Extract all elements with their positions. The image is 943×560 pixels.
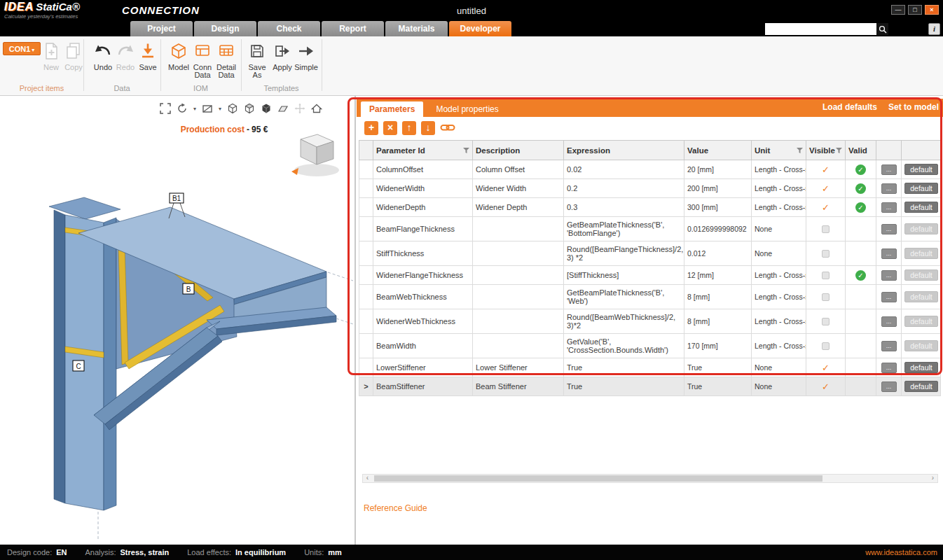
cell-expression[interactable]: GetValue('B', 'CrossSection.Bounds.Width… <box>564 334 684 358</box>
more-options-button[interactable]: ... <box>881 341 897 351</box>
more-options-button[interactable]: ... <box>881 316 897 327</box>
header-expression[interactable]: Expression <box>564 141 684 160</box>
cell-expression[interactable]: Round([BeamFlangeThickness]/2, 3) *2 <box>564 241 684 266</box>
detail-data-button[interactable]: Detail Data <box>214 41 238 79</box>
viewport-3d[interactable]: B1 B C ▾ ▾ <box>0 96 356 545</box>
default-button[interactable]: default <box>904 291 938 302</box>
tab-report[interactable]: Report <box>322 21 384 36</box>
cell-description[interactable] <box>473 309 564 334</box>
cell-description[interactable]: Widener Depth <box>473 198 564 217</box>
save-as-button[interactable]: Save As <box>245 41 269 79</box>
cell-visible[interactable]: ✓ <box>806 198 846 217</box>
home-view-icon[interactable] <box>310 102 324 115</box>
navigation-cube[interactable] <box>291 134 339 176</box>
visible-check-icon[interactable]: ✓ <box>822 183 830 194</box>
default-button[interactable]: default <box>904 316 938 327</box>
header-parameter-id[interactable]: Parameter Id <box>373 141 473 160</box>
cell-parameter-id[interactable]: BeamWidth <box>373 334 473 358</box>
cell-parameter-id[interactable]: LowerStiffener <box>373 358 473 377</box>
minimize-button[interactable]: — <box>891 5 905 15</box>
cell-description[interactable]: Widener Width <box>473 179 564 198</box>
cell-visible[interactable]: ✓ <box>806 358 846 377</box>
cell-parameter-id[interactable]: WidenerWebThickness <box>373 309 473 334</box>
cell-visible[interactable]: ✓ <box>806 160 846 179</box>
cell-description[interactable] <box>473 334 564 358</box>
scroll-right-icon[interactable]: › <box>928 475 937 482</box>
table-row[interactable]: WidenerWebThicknessRound([BeamWebThickne… <box>359 309 941 334</box>
cell-description[interactable]: Beam Stiffener <box>473 377 564 396</box>
table-row[interactable]: >BeamStiffenerBeam StiffenerTrueTrueNone… <box>359 377 941 396</box>
cell-unit[interactable]: Length - Cross-s <box>752 179 806 198</box>
cell-expression[interactable]: [StiffThickness] <box>564 266 684 285</box>
cell-unit[interactable]: Length - Cross-s <box>752 309 806 334</box>
tab-developer[interactable]: Developer <box>449 21 511 36</box>
cell-unit[interactable]: Length - Cross-s <box>752 266 806 285</box>
more-options-button[interactable]: ... <box>881 270 897 281</box>
cell-visible[interactable]: ✓ <box>806 179 846 198</box>
link-parameter-icon[interactable] <box>440 121 454 135</box>
tab-check[interactable]: Check <box>258 21 320 36</box>
cell-unit[interactable]: Length - Cross-s <box>752 198 806 217</box>
render-plane-icon[interactable] <box>276 102 290 115</box>
visible-checkbox[interactable] <box>822 318 830 326</box>
3d-model-view[interactable]: B1 B C <box>0 96 356 545</box>
table-row[interactable]: BeamWidthGetValue('B', 'CrossSection.Bou… <box>359 334 941 358</box>
default-button[interactable]: default <box>904 362 938 373</box>
load-defaults-button[interactable]: Load defaults <box>822 102 877 112</box>
cell-expression[interactable]: GetBeamPlateThickness('B', 'BottomFlange… <box>564 217 684 241</box>
visible-checkbox[interactable] <box>822 293 830 301</box>
cell-visible[interactable] <box>806 241 846 266</box>
more-options-button[interactable]: ... <box>881 292 897 302</box>
default-button[interactable]: default <box>904 183 938 194</box>
cell-description[interactable] <box>473 285 564 309</box>
cell-visible[interactable] <box>806 266 846 285</box>
cell-unit[interactable]: None <box>752 217 806 241</box>
cell-visible[interactable] <box>806 285 846 309</box>
cell-unit[interactable]: Length - Cross-s <box>752 285 806 309</box>
tab-materials[interactable]: Materials <box>385 21 448 36</box>
default-button[interactable]: default <box>904 248 938 259</box>
undo-button[interactable]: Undo <box>91 41 115 71</box>
default-button[interactable]: default <box>904 164 938 175</box>
table-row[interactable]: ColumnOffsetColumn Offset0.0220 [mm]Leng… <box>359 160 941 179</box>
default-button[interactable]: default <box>904 381 938 392</box>
cell-parameter-id[interactable]: BeamFlangeThickness <box>373 217 473 241</box>
horizontal-scrollbar[interactable]: ‹ › <box>362 474 938 483</box>
conn-data-button[interactable]: Conn Data <box>191 41 214 79</box>
table-row[interactable]: WidenerWidthWidener Width0.2200 [mm]Leng… <box>359 179 941 198</box>
maximize-button[interactable]: □ <box>908 5 922 15</box>
dropdown-caret-icon[interactable]: ▾ <box>217 106 223 112</box>
search-input[interactable] <box>765 23 876 35</box>
header-description[interactable]: Description <box>473 141 564 160</box>
table-row[interactable]: BeamWebThicknessGetBeamPlateThickness('B… <box>359 285 941 309</box>
cell-expression[interactable]: GetBeamPlateThickness('B', 'Web') <box>564 285 684 309</box>
save-button[interactable]: Save <box>136 41 160 71</box>
dropdown-caret-icon[interactable]: ▾ <box>192 106 198 112</box>
cell-unit[interactable]: None <box>752 377 806 396</box>
view-cube-wire-icon[interactable] <box>226 102 240 115</box>
more-options-button[interactable]: ... <box>881 202 897 213</box>
table-row[interactable]: WidenerFlangeThickness[StiffThickness]12… <box>359 266 941 285</box>
section-view-icon[interactable] <box>200 102 214 115</box>
add-parameter-icon[interactable]: + <box>364 121 378 135</box>
header-unit[interactable]: Unit <box>752 141 806 160</box>
default-button[interactable]: default <box>904 223 938 234</box>
cell-unit[interactable]: Length - Cross-s <box>752 334 806 358</box>
more-options-button[interactable]: ... <box>881 382 897 392</box>
cell-expression[interactable]: 0.2 <box>564 179 684 198</box>
cell-expression[interactable]: 0.3 <box>564 198 684 217</box>
visible-checkbox[interactable] <box>822 272 830 279</box>
model-button[interactable]: Model <box>167 41 191 71</box>
visible-checkbox[interactable] <box>822 342 830 350</box>
cell-parameter-id[interactable]: StiffThickness <box>373 241 473 266</box>
cell-description[interactable]: Lower Stiffener <box>473 358 564 377</box>
cell-parameter-id[interactable]: WidenerWidth <box>373 179 473 198</box>
visible-checkbox[interactable] <box>822 250 830 258</box>
view-cube-solid-icon[interactable] <box>259 102 273 115</box>
move-down-icon[interactable]: ↓ <box>421 121 435 135</box>
more-options-button[interactable]: ... <box>881 164 897 175</box>
zoom-fit-icon[interactable] <box>158 102 172 115</box>
cell-visible[interactable] <box>806 334 846 358</box>
cell-unit[interactable]: Length - Cross-s <box>752 160 806 179</box>
cell-description[interactable]: Column Offset <box>473 160 564 179</box>
